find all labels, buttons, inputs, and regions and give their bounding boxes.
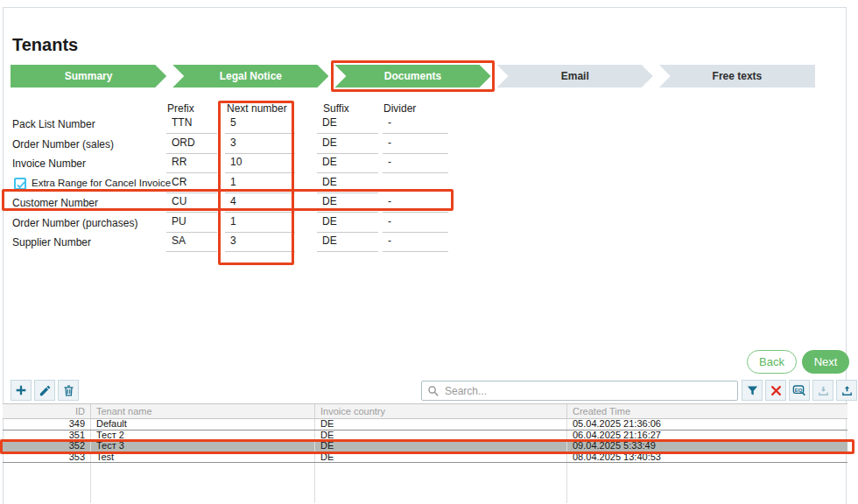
pencil-icon: [39, 384, 52, 397]
cell-created-time: 08.04.2025 13:40:53: [567, 452, 847, 463]
export-button[interactable]: [836, 380, 857, 401]
field-label: Supplier Number: [12, 236, 91, 248]
step-documents[interactable]: Documents: [334, 65, 490, 88]
prefix-input[interactable]: SA: [166, 234, 217, 252]
cell-id: 351: [3, 430, 91, 441]
prefix-input[interactable]: RR: [166, 156, 217, 173]
form-column-headers: Prefix Next number Suffix Divider: [12, 102, 463, 116]
cell-invoice-country: DE: [315, 430, 567, 441]
next-number-input[interactable]: 4: [225, 195, 295, 213]
cell-id: 352: [3, 441, 91, 452]
column-header-invoice-country[interactable]: Invoice country: [315, 404, 567, 418]
form-row-order-number-purchases: Order Number (purchases) PU 1 DE -: [12, 214, 463, 234]
cell-id: 349: [3, 419, 91, 430]
suffix-input[interactable]: DE: [317, 195, 378, 213]
field-label: Order Number (purchases): [12, 217, 137, 229]
prefix-column-header: Prefix: [167, 102, 194, 115]
advanced-search-button[interactable]: EQ: [789, 380, 810, 401]
next-number-input[interactable]: 1: [225, 176, 295, 193]
field-label: Invoice Number: [12, 158, 86, 170]
upload-tray-icon: [840, 384, 854, 397]
back-button[interactable]: Back: [747, 350, 797, 374]
wizard-stepper: Summary Legal Notice Documents Email Fre…: [11, 65, 815, 88]
clear-x-icon: [770, 384, 783, 397]
form-row-customer-number: Customer Number CU 4 DE -: [12, 194, 463, 214]
prefix-input[interactable]: TTN: [166, 116, 217, 134]
divider-input[interactable]: -: [383, 195, 448, 213]
suffix-input[interactable]: DE: [317, 116, 378, 134]
table-row-349[interactable]: 349 Default DE 05.04.2025 21:36:06: [3, 419, 847, 430]
cell-created-time: 06.04.2025 21:16:27: [567, 430, 847, 441]
next-number-input[interactable]: 3: [225, 136, 295, 154]
cell-invoice-country: DE: [315, 441, 567, 452]
svg-text:EQ: EQ: [795, 388, 803, 393]
download-tray-icon: [817, 384, 830, 397]
edit-button[interactable]: [34, 380, 55, 401]
cell-tenant-name: Тест 2: [91, 430, 315, 441]
field-label: Extra Range for Cancel Invoice: [32, 178, 171, 188]
prefix-input[interactable]: ORD: [166, 136, 217, 154]
column-header-tenant-name[interactable]: Tenant name: [91, 404, 315, 418]
page-title: Tenants: [12, 35, 78, 55]
search-input[interactable]: [445, 385, 732, 397]
add-button[interactable]: [11, 380, 32, 401]
form-row-order-number-sales: Order Number (sales) ORD 3 DE -: [12, 136, 463, 156]
cell-tenant-name: Тест 3: [91, 441, 315, 452]
suffix-input[interactable]: DE: [317, 176, 378, 193]
cell-tenant-name: Test: [91, 452, 315, 463]
tenant-table: ID Tenant name Invoice country Created T…: [3, 403, 847, 503]
search-bar: [421, 381, 738, 401]
clear-filter-button[interactable]: [765, 380, 786, 401]
grid-actions: EQ: [742, 380, 857, 401]
divider-input[interactable]: -: [383, 116, 448, 134]
divider-input[interactable]: -: [383, 156, 448, 173]
field-label: Pack List Number: [12, 118, 95, 130]
next-number-input[interactable]: 10: [225, 156, 295, 173]
delete-button[interactable]: [58, 380, 79, 401]
number-range-form: Prefix Next number Suffix Divider Pack L…: [12, 102, 463, 254]
divider-input[interactable]: -: [383, 136, 448, 154]
step-summary[interactable]: Summary: [11, 65, 166, 88]
cell-created-time: 05.04.2025 21:36:06: [567, 419, 847, 430]
table-row-351[interactable]: 351 Тест 2 DE 06.04.2025 21:16:27: [3, 430, 847, 442]
table-row-353[interactable]: 353 Test DE 08.04.2025 13:40:53: [3, 452, 847, 464]
step-email[interactable]: Email: [497, 65, 653, 88]
crud-toolbar: [11, 380, 79, 401]
step-free-texts[interactable]: Free texts: [659, 65, 815, 88]
table-row-352-selected[interactable]: 352 Тест 3 DE 09.04.2025 5:33:49: [3, 441, 847, 452]
extra-range-cancel-invoice-checkbox[interactable]: [14, 178, 26, 190]
suffix-input[interactable]: DE: [317, 136, 378, 154]
divider-input[interactable]: -: [383, 234, 448, 252]
prefix-input[interactable]: CR: [166, 176, 217, 193]
suffix-column-header: Suffix: [323, 102, 349, 115]
next-number-column-header: Next number: [227, 102, 287, 115]
tenants-page: Tenants Summary Legal Notice Documents E…: [0, 0, 858, 504]
cell-id: 353: [3, 452, 91, 463]
search-icon: [427, 385, 440, 397]
prefix-input[interactable]: PU: [166, 215, 217, 233]
next-number-input[interactable]: 3: [225, 234, 295, 252]
column-header-id[interactable]: ID: [3, 404, 91, 418]
filter-button[interactable]: [742, 380, 763, 401]
import-button[interactable]: [812, 380, 833, 401]
suffix-input[interactable]: DE: [317, 156, 378, 173]
step-legal-notice[interactable]: Legal Notice: [172, 65, 328, 88]
suffix-input[interactable]: DE: [317, 215, 378, 233]
cell-created-time: 09.04.2025 5:33:49: [567, 441, 847, 452]
checkmark-icon: [16, 179, 26, 190]
form-row-invoice-number: Invoice Number RR 10 DE -: [12, 155, 463, 175]
prefix-input[interactable]: CU: [166, 195, 217, 213]
suffix-input[interactable]: DE: [317, 234, 378, 252]
field-label: Customer Number: [12, 197, 98, 209]
table-header-row: ID Tenant name Invoice country Created T…: [3, 403, 847, 419]
form-row-extra-range-cancel-invoice: Extra Range for Cancel Invoice CR 1 DE: [12, 175, 463, 195]
next-button[interactable]: Next: [802, 350, 849, 374]
form-row-pack-list-number: Pack List Number TTN 5 DE -: [12, 116, 463, 136]
next-number-input[interactable]: 5: [225, 116, 295, 134]
column-header-created-time[interactable]: Created Time: [567, 404, 847, 418]
trash-icon: [62, 384, 75, 397]
divider-input[interactable]: -: [383, 215, 448, 233]
form-row-supplier-number: Supplier Number SA 3 DE -: [12, 234, 463, 254]
next-number-input[interactable]: 1: [225, 215, 295, 233]
table-empty-area: [3, 463, 847, 503]
